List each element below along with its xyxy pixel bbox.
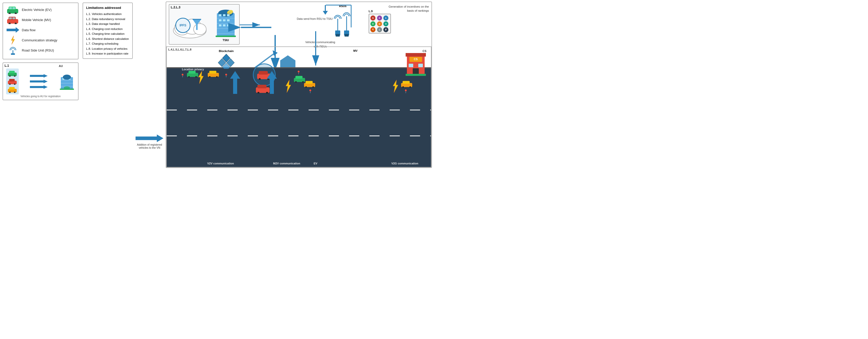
svg-text:CS: CS xyxy=(414,58,417,61)
coin-rupee: ₹ xyxy=(370,27,375,32)
svg-text:📍: 📍 xyxy=(308,89,313,94)
l2l3-label: L.2.L.3 xyxy=(171,6,180,9)
road-car-ev-right: 📍 xyxy=(401,80,413,94)
svg-rect-10 xyxy=(9,17,12,19)
svg-rect-68 xyxy=(336,34,340,36)
l1-car-green xyxy=(8,70,17,77)
svg-marker-133 xyxy=(230,71,240,94)
svg-marker-134 xyxy=(267,71,277,94)
main-diagram-border: L.2.L.3 IPFS xyxy=(166,2,432,168)
svg-rect-93 xyxy=(413,68,419,75)
svg-rect-5 xyxy=(12,7,15,9)
data-send-annotation: Data send from RSU to TSIU xyxy=(297,17,333,21)
l1-caption: Vehicles going to AU for registration xyxy=(5,95,76,98)
svg-rect-61 xyxy=(223,24,225,26)
svg-text:📍: 📍 xyxy=(297,70,301,75)
svg-rect-57 xyxy=(219,19,221,21)
svg-marker-29 xyxy=(30,80,48,83)
legend-item-rsu: Road Side Unit (RSU) xyxy=(7,46,74,54)
svg-rect-65 xyxy=(216,35,236,37)
limitations-panel: Limitations addressed L.1. Vehicles auth… xyxy=(81,0,134,169)
road-lines-bottom xyxy=(167,136,431,136)
rsu-legend-icon xyxy=(7,46,19,54)
limitation-l6: L.6. Shortest distance calculation xyxy=(86,36,129,41)
svg-rect-58 xyxy=(223,19,225,21)
svg-rect-99 xyxy=(188,71,195,74)
mv-group: MV xyxy=(353,48,358,53)
legend-item-comm: Communication strategy xyxy=(7,36,74,44)
coin-ruble: ₽ xyxy=(383,27,389,32)
road-lines-top xyxy=(167,110,431,110)
funnel-svg xyxy=(192,18,202,31)
v2v-label: V2V communication xyxy=(207,162,234,165)
l1-arrow-2 xyxy=(30,80,48,83)
svg-point-40 xyxy=(64,86,70,89)
svg-marker-102 xyxy=(198,71,204,84)
limitation-l3: L.3. Data storage handled xyxy=(86,22,129,27)
svg-rect-104 xyxy=(209,71,216,74)
legend-label-comm: Communication strategy xyxy=(22,38,57,42)
svg-marker-41 xyxy=(135,135,163,142)
dataflow-icon xyxy=(7,26,19,34)
svg-rect-95 xyxy=(418,64,423,67)
l1-arrows-group xyxy=(30,74,48,89)
limitations-title: Limitations addressed xyxy=(86,5,129,11)
l1-arrow-3 xyxy=(30,85,48,89)
limitations-box: Limitations addressed L.1. Vehicles auth… xyxy=(83,3,133,59)
coins-box: $ € £ ¥ α ¥ ₹ £ ₽ xyxy=(369,14,391,33)
left-panel: Electric Vehicle (EV) Mobile Vehicle (MV… xyxy=(0,0,81,169)
coin-euro: € xyxy=(377,16,382,21)
svg-rect-15 xyxy=(11,53,15,55)
lightning-2 xyxy=(283,80,293,94)
lightning-1 xyxy=(196,71,206,85)
svg-rect-4 xyxy=(9,7,12,9)
connector-arrow-big xyxy=(135,135,163,142)
svg-marker-116 xyxy=(286,80,291,93)
cs-building: CS xyxy=(406,51,426,77)
svg-rect-60 xyxy=(219,24,221,26)
generation-incentives-text: Generation of incentives on the basis of… xyxy=(389,5,429,13)
l9-group: L.9 $ € £ ¥ α ¥ ₹ £ ₽ xyxy=(369,10,391,33)
cs-building-svg: CS xyxy=(406,51,426,76)
l1-car-red xyxy=(8,78,17,85)
big-arrow-up-1 xyxy=(230,71,240,95)
ev-road-label: EV xyxy=(314,162,317,165)
connector-section: Addition of registered vehicles to the V… xyxy=(134,0,165,169)
svg-rect-54 xyxy=(219,14,221,16)
l1-car-yellow xyxy=(8,86,17,93)
limitation-l4: L.4. Charging cost reduction xyxy=(86,27,129,32)
svg-rect-113 xyxy=(257,85,267,88)
legend-label-ev: Electric Vehicle (EV) xyxy=(22,8,52,12)
svg-text:📍: 📍 xyxy=(224,74,228,77)
svg-rect-59 xyxy=(227,19,229,21)
tsiu-label: TSIU xyxy=(222,38,229,41)
l1-vehicles-group xyxy=(6,68,19,94)
cloud-ipfs-group: IPFS xyxy=(171,10,209,41)
svg-rect-94 xyxy=(409,64,413,67)
svg-rect-123 xyxy=(306,81,313,84)
coin-yen: ¥ xyxy=(370,21,375,26)
svg-text:📍: 📍 xyxy=(180,74,185,77)
svg-rect-55 xyxy=(223,14,225,16)
m2v-label: M2V communication xyxy=(273,162,300,165)
svg-rect-56 xyxy=(227,14,229,16)
legend-label-rsu: Road Side Unit (RSU) xyxy=(22,49,54,52)
l4l8-label: L.4,L.5,L.6,L.7,L.8 xyxy=(168,48,191,51)
au-building-svg xyxy=(59,72,75,90)
legend-box: Electric Vehicle (EV) Mobile Vehicle (MV… xyxy=(3,3,79,59)
mv-icon xyxy=(7,16,19,24)
l1-arrow-1 xyxy=(30,74,48,78)
mv-label: MV xyxy=(353,49,358,52)
svg-rect-96 xyxy=(406,74,426,76)
tsiu-group: TSIU xyxy=(214,8,237,41)
coin-dollar: $ xyxy=(370,16,375,21)
blockchain-group: Blockchain xyxy=(217,50,235,69)
limitation-l8: L.8. Location privacy of vehicles xyxy=(86,47,129,52)
road-car-yellow-2: 📍 xyxy=(304,80,316,94)
legend-item-ev: Electric Vehicle (EV) xyxy=(7,6,74,14)
svg-rect-71 xyxy=(345,34,349,36)
legend-item-dataflow: Data flow xyxy=(7,26,74,34)
coin-yen2: ¥ xyxy=(383,21,389,26)
svg-rect-129 xyxy=(403,81,410,84)
svg-marker-127 xyxy=(393,80,398,93)
